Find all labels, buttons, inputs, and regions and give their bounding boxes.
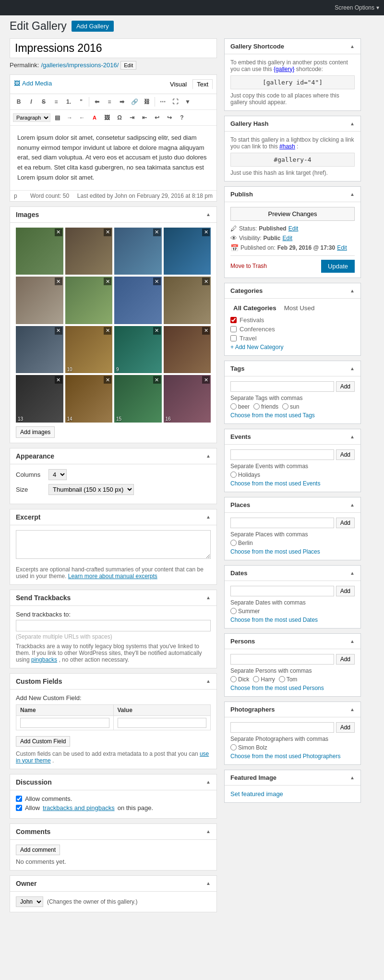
trackback-input[interactable] bbox=[16, 620, 211, 631]
update-button[interactable]: Update bbox=[321, 260, 355, 273]
tag-beer-label[interactable]: beer bbox=[230, 403, 250, 410]
image-remove-11[interactable]: ✕ bbox=[153, 327, 161, 335]
size-select[interactable]: Thumbnail (150 x 150 px) bbox=[48, 484, 134, 495]
preview-changes-button[interactable]: Preview Changes bbox=[230, 207, 355, 221]
strikethrough-button[interactable]: S bbox=[38, 96, 49, 108]
comments-section-header[interactable]: Comments ▲ bbox=[10, 824, 216, 840]
align-right-button[interactable]: ➡ bbox=[116, 96, 128, 108]
photographers-input[interactable] bbox=[230, 722, 334, 733]
person-harry-label[interactable]: Harry bbox=[253, 676, 275, 683]
trackbacks-section-header[interactable]: Send Trackbacks ▲ bbox=[10, 590, 216, 606]
allow-trackbacks-checkbox[interactable] bbox=[16, 805, 22, 811]
image-remove-15[interactable]: ✕ bbox=[153, 376, 161, 384]
add-gallery-button[interactable]: Add Gallery bbox=[72, 21, 114, 32]
images-section-header[interactable]: Images ▲ bbox=[10, 207, 216, 223]
redo-button[interactable]: ↪ bbox=[164, 112, 175, 123]
move-to-trash-link[interactable]: Move to Trash bbox=[230, 263, 267, 269]
add-custom-field-button[interactable]: Add Custom Field bbox=[16, 736, 70, 747]
tag-sun-label[interactable]: sun bbox=[282, 403, 299, 410]
hash-link[interactable]: #hash bbox=[279, 143, 295, 150]
excerpt-section-header[interactable]: Excerpt ▲ bbox=[10, 509, 216, 525]
add-comment-button[interactable]: Add comment bbox=[16, 845, 60, 855]
discussion-section-header[interactable]: Discussion ▲ bbox=[10, 774, 216, 790]
category-travel-checkbox[interactable] bbox=[230, 335, 237, 341]
person-dick-label[interactable]: Dick bbox=[230, 676, 249, 683]
image-remove-12[interactable]: ✕ bbox=[202, 327, 210, 335]
status-edit-link[interactable]: Edit bbox=[288, 225, 299, 232]
outdent-button[interactable]: ← bbox=[76, 112, 88, 123]
photographers-choose-link[interactable]: Choose from the most used Photographers bbox=[230, 753, 340, 760]
pingbacks-link[interactable]: pingbacks bbox=[31, 656, 57, 663]
gallery-shortcode-link[interactable]: {gallery} bbox=[274, 66, 294, 73]
place-berlin-label[interactable]: Berlin bbox=[230, 540, 253, 546]
tag-friends-label[interactable]: friends bbox=[253, 403, 278, 410]
bold-button[interactable]: B bbox=[13, 96, 24, 108]
custom-field-value-input[interactable] bbox=[118, 718, 207, 728]
dates-input[interactable] bbox=[230, 586, 334, 596]
special-char-button[interactable]: Ω bbox=[114, 112, 125, 123]
persons-add-button[interactable]: Add bbox=[336, 654, 355, 665]
tags-add-button[interactable]: Add bbox=[336, 381, 355, 392]
add-images-button[interactable]: Add images bbox=[16, 426, 55, 438]
all-categories-tab[interactable]: All Categories bbox=[230, 303, 279, 313]
paragraph-select[interactable]: Paragraph bbox=[13, 113, 50, 122]
date-summer-label[interactable]: Summer bbox=[230, 608, 260, 615]
excerpt-learn-more-link[interactable]: Learn more about manual excerpts bbox=[68, 573, 157, 580]
visibility-edit-link[interactable]: Edit bbox=[282, 235, 292, 242]
image-remove-1[interactable]: ✕ bbox=[55, 229, 62, 236]
event-holidays-label[interactable]: Holidays bbox=[230, 472, 260, 478]
owner-section-header[interactable]: Owner ▲ bbox=[10, 876, 216, 892]
persons-input[interactable] bbox=[230, 654, 334, 665]
places-choose-link[interactable]: Choose from the most used Places bbox=[230, 548, 320, 555]
columns-select[interactable]: 4 bbox=[48, 469, 67, 480]
help-button[interactable]: ? bbox=[176, 112, 188, 123]
image-remove-14[interactable]: ✕ bbox=[104, 376, 111, 384]
persons-choose-link[interactable]: Choose from the most used Persons bbox=[230, 685, 324, 691]
places-add-button[interactable]: Add bbox=[336, 518, 355, 528]
visual-tab[interactable]: Visual bbox=[166, 79, 191, 89]
unordered-list-button[interactable]: ≡ bbox=[50, 96, 62, 108]
ordered-list-button[interactable]: 1. bbox=[63, 96, 74, 108]
image-remove-2[interactable]: ✕ bbox=[104, 229, 111, 236]
editor-content-area[interactable]: Lorem ipsum dolor sit amet, consetetur s… bbox=[10, 126, 216, 190]
custom-field-name-input[interactable] bbox=[20, 718, 109, 728]
image-remove-13[interactable]: ✕ bbox=[55, 376, 62, 384]
set-featured-image-link[interactable]: Set featured image bbox=[230, 790, 283, 798]
text-color-button[interactable]: A bbox=[89, 112, 100, 123]
custom-fields-section-header[interactable]: Custom Fields ▲ bbox=[10, 674, 216, 690]
image-remove-5[interactable]: ✕ bbox=[55, 278, 62, 285]
tags-input[interactable] bbox=[230, 381, 334, 392]
image-remove-4[interactable]: ✕ bbox=[202, 229, 210, 236]
add-new-category-link[interactable]: + Add New Category bbox=[230, 344, 283, 351]
places-input[interactable] bbox=[230, 518, 334, 528]
events-choose-link[interactable]: Choose from the most used Events bbox=[230, 480, 320, 487]
image-remove-3[interactable]: ✕ bbox=[153, 229, 161, 236]
align-left-button[interactable]: ⬅ bbox=[91, 96, 103, 108]
indent3-button[interactable]: ⇤ bbox=[139, 112, 150, 123]
image-insert-button[interactable]: 🖼 bbox=[101, 112, 113, 123]
permalink-edit-button[interactable]: Edit bbox=[120, 61, 136, 70]
add-media-button[interactable]: 🖼 Add Media bbox=[14, 78, 52, 89]
image-remove-6[interactable]: ✕ bbox=[104, 278, 111, 285]
unlink-button[interactable]: ⛓ bbox=[141, 96, 153, 108]
image-remove-9[interactable]: ✕ bbox=[55, 327, 62, 335]
category-conferences-checkbox[interactable] bbox=[230, 326, 237, 332]
dates-choose-link[interactable]: Choose from the most used Dates bbox=[230, 617, 318, 623]
post-title-input[interactable] bbox=[10, 38, 217, 58]
allow-comments-checkbox[interactable] bbox=[16, 796, 22, 802]
blockquote-button[interactable]: " bbox=[75, 96, 87, 108]
image-remove-7[interactable]: ✕ bbox=[153, 278, 161, 285]
indent2-button[interactable]: ⇥ bbox=[126, 112, 138, 123]
screen-options-button[interactable]: Screen Options ▾ bbox=[335, 4, 379, 11]
tags-choose-link[interactable]: Choose from the most used Tags bbox=[230, 412, 315, 419]
justify-button[interactable]: ▤ bbox=[51, 112, 63, 123]
image-remove-8[interactable]: ✕ bbox=[202, 278, 210, 285]
owner-select[interactable]: John bbox=[16, 896, 43, 907]
photographer-simon-label[interactable]: Simon Bolz bbox=[230, 744, 267, 751]
most-used-tab[interactable]: Most Used bbox=[281, 303, 318, 313]
more-button[interactable]: ⋯ bbox=[157, 96, 168, 108]
image-remove-16[interactable]: ✕ bbox=[202, 376, 210, 384]
toolbar-toggle-button[interactable]: ▼ bbox=[182, 96, 193, 108]
text-tab[interactable]: Text bbox=[192, 79, 213, 89]
events-input[interactable] bbox=[230, 449, 334, 460]
